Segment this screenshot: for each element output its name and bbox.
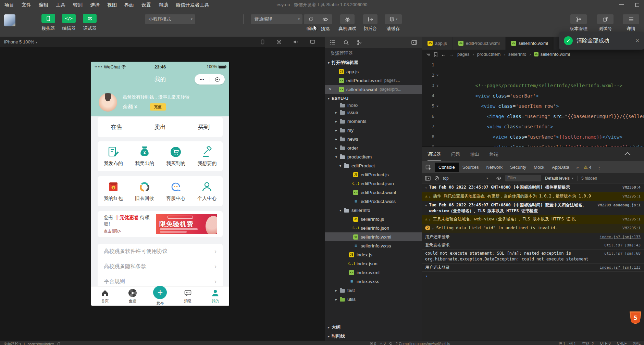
warning-counter[interactable]: ⚠ 4 xyxy=(584,165,591,170)
console-prompt[interactable]: › xyxy=(422,272,644,280)
code-editor[interactable]: 1 <!--pages/productItem/sellerInfo/selle… xyxy=(422,59,644,146)
tree-item[interactable]: ▾ productItem xyxy=(325,152,422,161)
menu-item[interactable]: 微信开发者工具 xyxy=(172,0,213,10)
console-log-row[interactable]: ⚠ ▸ 工具未校验合法域名、web-view（业务域名）、TLS 版本以及 HT… xyxy=(422,215,644,224)
fold-icon[interactable] xyxy=(434,142,441,146)
maximize-icon[interactable] xyxy=(635,3,639,7)
to-background-button[interactable] xyxy=(363,14,377,24)
eye-icon[interactable] xyxy=(496,176,501,180)
test-account-button[interactable] xyxy=(597,14,614,24)
trade-tab[interactable]: 在售 xyxy=(111,123,122,131)
expand-arrow-icon[interactable]: ▾ xyxy=(425,185,427,191)
error-count[interactable]: 0 xyxy=(370,342,376,345)
tree-item[interactable]: index.js xyxy=(325,250,422,259)
warning-count[interactable]: △ 0 xyxy=(380,341,386,345)
coupon-claim-link[interactable]: 点击领取> xyxy=(104,229,152,234)
tree-item[interactable]: sellerInfo.wxss xyxy=(325,241,422,250)
inspector-button[interactable]: 调试器 xyxy=(79,14,101,31)
grid-item-my-wanted[interactable]: 我想要的 xyxy=(191,146,223,167)
editor-tab[interactable]: app.js xyxy=(422,37,453,50)
menu-item[interactable]: 项目 xyxy=(1,0,18,10)
minimize-program-icon[interactable] xyxy=(210,77,225,82)
tree-item[interactable]: sellerInfo.json xyxy=(325,223,422,232)
menu-item[interactable]: 设置 xyxy=(138,0,155,10)
record-icon[interactable] xyxy=(276,39,282,44)
source-link[interactable]: util.js? [sm]:43 xyxy=(604,242,641,248)
tree-chevron-icon[interactable]: ▾ xyxy=(339,208,344,212)
source-link[interactable]: VM2295:1 xyxy=(622,216,641,222)
source-link[interactable]: index.js? [sm]:133 xyxy=(600,265,641,270)
code-line[interactable]: 2 ∨ <view class='userBar'> xyxy=(422,70,644,80)
tree-chevron-icon[interactable]: ▸ xyxy=(335,289,340,292)
open-editors-header[interactable]: ▾ 打开的编辑器 xyxy=(325,58,422,67)
current-page-path[interactable]: pages/my/index xyxy=(27,342,54,345)
list-item[interactable]: 高校跳蚤隐私条款 › xyxy=(98,259,223,274)
open-editor-item[interactable]: editProduct.wxml pages\... xyxy=(325,76,422,85)
editor-button[interactable]: </> 编辑器 xyxy=(58,14,80,31)
console-log-row[interactable]: ▾ Tue Feb 08 2022 23:45:07 GMT+0800 (中国标… xyxy=(422,183,644,192)
more-icon[interactable]: ••• xyxy=(195,78,210,81)
fold-icon[interactable]: ∨ xyxy=(434,70,441,80)
expand-arrow-icon[interactable]: ▸ xyxy=(429,217,431,223)
tree-chevron-icon[interactable]: ▸ xyxy=(335,146,340,150)
wechat-capsule[interactable]: ••• xyxy=(195,74,225,85)
devtools-tab[interactable]: Sources xyxy=(459,163,483,172)
devtools-tab[interactable]: Network xyxy=(482,163,506,172)
tab-pond[interactable]: 鱼塘 xyxy=(119,286,147,306)
fold-icon[interactable] xyxy=(434,122,441,132)
console-log-row[interactable]: ▾ Tue Feb 08 2022 23:45:07 GMT+0800 (中国标… xyxy=(422,201,644,215)
status-indicator[interactable]: 空格: 2 xyxy=(582,341,594,345)
menu-item[interactable]: 工具 xyxy=(52,0,69,10)
clear-cache-button[interactable]: ▾ xyxy=(385,14,402,24)
tree-chevron-icon[interactable]: ▸ xyxy=(335,111,340,114)
source-link[interactable]: VM2295:1 xyxy=(622,193,641,199)
console-log-row[interactable]: could not execute statement; SQL [n/a]; … xyxy=(422,250,644,264)
tree-item[interactable]: sellerInfo.wxml xyxy=(325,232,422,241)
project-header[interactable]: ▾ ESYU-U xyxy=(325,94,422,103)
tree-item[interactable]: editProduct.js xyxy=(325,170,422,179)
status-indicator[interactable]: XML xyxy=(633,341,641,345)
compile-button[interactable] xyxy=(304,17,318,22)
sound-icon[interactable] xyxy=(293,40,298,44)
tree-item[interactable]: index.json xyxy=(325,259,422,268)
fold-icon[interactable] xyxy=(434,60,441,70)
kebab-menu-icon[interactable]: ⋮ xyxy=(597,165,602,170)
open-editor-item[interactable]: × sellerInfo.wxml pages\pro... xyxy=(325,85,422,94)
source-link[interactable]: VM2299 asdebug.js:1 xyxy=(597,202,641,208)
fold-icon[interactable]: ∨ xyxy=(434,80,441,91)
remote-debug-button[interactable] xyxy=(340,14,355,24)
console-log-row[interactable]: 2 ▸ Setting data field "uid" to undefine… xyxy=(422,224,644,233)
tree-item[interactable]: index.wxss xyxy=(325,277,422,286)
breadcrumb-part[interactable]: sellerInfo xyxy=(508,52,527,57)
tree-item[interactable]: ▸ moments xyxy=(325,117,422,126)
tree-item[interactable]: editProduct.wxml xyxy=(325,188,422,197)
trade-tab[interactable]: 卖出 xyxy=(154,123,166,131)
console-log-row[interactable]: 用户还未登录 index.js? [sm]:133 xyxy=(422,233,644,241)
grid-item-customer-service[interactable]: 客服中心 xyxy=(160,181,191,202)
compile-mode-select[interactable]: 普通编译▾ xyxy=(251,14,302,24)
forward-icon[interactable]: → xyxy=(449,51,454,57)
source-link[interactable]: VM2359:4 xyxy=(622,184,641,190)
user-profile-avatar[interactable] xyxy=(99,93,117,112)
tree-chevron-icon[interactable]: ▸ xyxy=(335,128,340,132)
tab-message[interactable]: 消息 xyxy=(174,286,202,306)
git-branch-icon[interactable] xyxy=(357,40,362,45)
tree-chevron-icon[interactable]: ▸ xyxy=(335,137,340,141)
tab-home[interactable]: 首页 xyxy=(91,286,119,306)
breadcrumb-part[interactable]: pages xyxy=(457,52,469,57)
search-icon[interactable] xyxy=(344,40,349,45)
rotate-device-icon[interactable] xyxy=(260,39,265,44)
tree-item[interactable]: index.wxml xyxy=(325,268,422,277)
grid-item-personal-center[interactable]: 个人中心 xyxy=(191,181,223,202)
version-control-button[interactable] xyxy=(570,14,587,24)
debugger-tab[interactable]: 问题 xyxy=(451,148,460,161)
menu-item[interactable]: 编辑 xyxy=(35,0,52,10)
tab-publish[interactable]: + 发布 xyxy=(146,286,174,306)
trade-tab[interactable]: 买到 xyxy=(198,123,210,131)
device-select[interactable]: iPhone 5 100%▾ xyxy=(4,39,37,44)
console-log-row[interactable]: 登录发布请求 util.js? [sm]:43 xyxy=(422,241,644,250)
fold-icon[interactable] xyxy=(434,91,441,101)
tree-item[interactable]: ▾ sellerInfo xyxy=(325,206,422,215)
fold-icon[interactable] xyxy=(434,132,441,142)
back-icon[interactable]: ← xyxy=(441,51,446,57)
